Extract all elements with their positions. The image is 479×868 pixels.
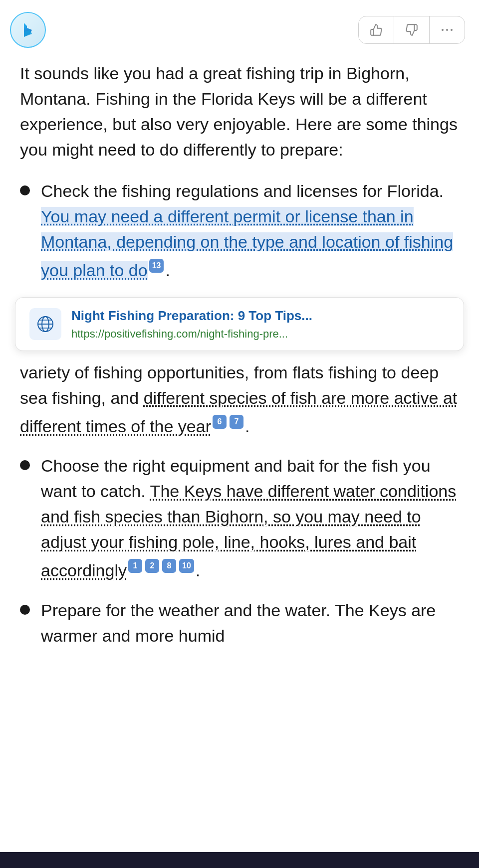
bing-logo xyxy=(10,12,46,48)
content-area: It sounds like you had a great fishing t… xyxy=(0,56,479,649)
bottom-bar xyxy=(0,852,479,868)
tooltip-url: https://positivefishing.com/night-fishin… xyxy=(71,328,450,341)
header xyxy=(0,0,479,56)
citation-13[interactable]: 13 xyxy=(149,259,164,273)
bullet-list-2: Choose the right equipment and bait for … xyxy=(20,453,459,648)
citation-7[interactable]: 7 xyxy=(230,415,243,429)
svg-point-1 xyxy=(446,29,448,31)
list-item: Check the fishing regulations and licens… xyxy=(20,178,459,283)
intro-paragraph: It sounds like you had a great fishing t… xyxy=(20,61,459,163)
bullet-content-2: Choose the right equipment and bait for … xyxy=(41,453,459,583)
continued-paragraph: variety of fishing opportunities, from f… xyxy=(20,360,459,439)
tooltip-card[interactable]: Night Fishing Preparation: 9 Top Tips...… xyxy=(15,297,464,351)
citation-2[interactable]: 2 xyxy=(145,559,159,573)
tooltip-content: Night Fishing Preparation: 9 Top Tips...… xyxy=(71,308,450,341)
phone-container: It sounds like you had a great fishing t… xyxy=(0,0,479,868)
thumbs-up-button[interactable] xyxy=(359,16,394,43)
citation-6[interactable]: 6 xyxy=(213,415,227,429)
continued-suffix: . xyxy=(245,417,249,436)
svg-point-0 xyxy=(442,29,444,31)
bullet-dot xyxy=(20,185,30,195)
citation-8[interactable]: 8 xyxy=(162,559,176,573)
globe-icon xyxy=(29,308,61,340)
bullet-content-1: Check the fishing regulations and licens… xyxy=(41,178,459,283)
bullet-1-prefix: Check the fishing regulations and licens… xyxy=(41,181,444,200)
svg-point-2 xyxy=(451,29,453,31)
bullet-dot xyxy=(20,460,30,470)
list-item: Choose the right equipment and bait for … xyxy=(20,453,459,583)
bing-logo-svg xyxy=(17,19,39,41)
citation-1[interactable]: 1 xyxy=(128,559,142,573)
bullet-3-prefix: Prepare for the weather and the water. T… xyxy=(41,601,436,645)
list-item: Prepare for the weather and the water. T… xyxy=(20,598,459,649)
bullet-dot xyxy=(20,605,30,615)
citation-10[interactable]: 10 xyxy=(179,559,194,573)
header-actions xyxy=(358,16,465,44)
bullet-1-suffix: . xyxy=(165,261,170,280)
bullet-2-suffix: . xyxy=(196,561,200,580)
bullet-1-link[interactable]: You may need a different permit or licen… xyxy=(41,207,453,280)
more-button[interactable] xyxy=(430,21,465,39)
tooltip-title: Night Fishing Preparation: 9 Top Tips... xyxy=(71,308,450,325)
bullet-content-3: Prepare for the weather and the water. T… xyxy=(41,598,459,649)
bullet-list: Check the fishing regulations and licens… xyxy=(20,178,459,283)
thumbs-down-button[interactable] xyxy=(394,16,430,43)
